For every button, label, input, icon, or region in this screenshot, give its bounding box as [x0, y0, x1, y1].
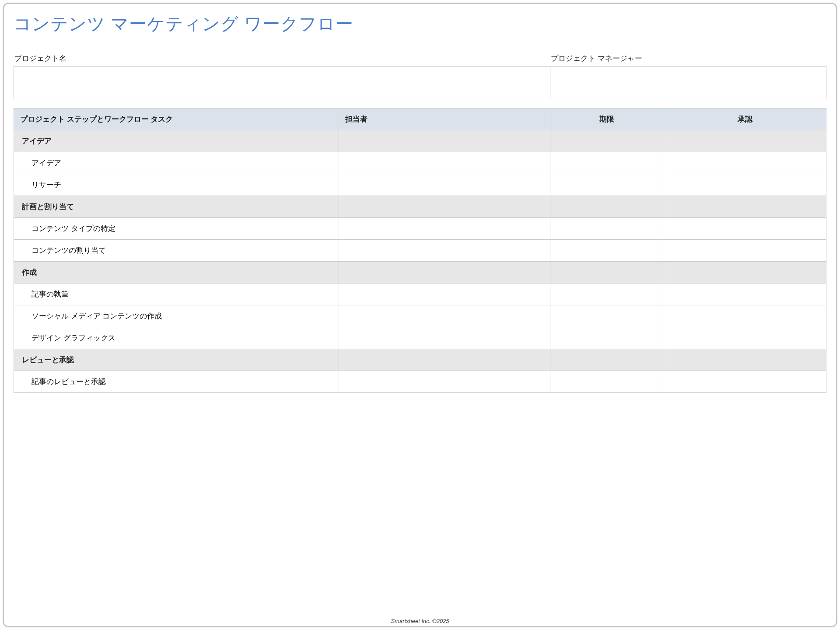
- cell-step[interactable]: コンテンツの割り当て: [14, 240, 339, 262]
- cell-approval[interactable]: [664, 327, 826, 349]
- cell-step[interactable]: ソーシャル メディア コンテンツの作成: [14, 305, 339, 327]
- table-row: リサーチ: [14, 174, 826, 196]
- cell-step[interactable]: 計画と割り当て: [14, 196, 339, 218]
- project-name-column: プロジェクト名: [14, 53, 550, 99]
- header-due: 期限: [550, 108, 664, 130]
- cell-step[interactable]: 作成: [14, 262, 339, 284]
- meta-row: プロジェクト名 プロジェクト マネージャー: [14, 53, 826, 99]
- table-section-row: 計画と割り当て: [14, 196, 826, 218]
- table-row: デザイン グラフィックス: [14, 327, 826, 349]
- cell-owner[interactable]: [339, 305, 550, 327]
- cell-approval[interactable]: [664, 262, 826, 284]
- cell-approval[interactable]: [664, 349, 826, 371]
- header-step: プロジェクト ステップとワークフロー タスク: [14, 108, 339, 130]
- header-approval: 承認: [664, 108, 826, 130]
- page-frame: コンテンツ マーケティング ワークフロー プロジェクト名 プロジェクト マネージ…: [3, 3, 837, 627]
- cell-due[interactable]: [550, 284, 664, 305]
- cell-approval[interactable]: [664, 240, 826, 262]
- cell-due[interactable]: [550, 174, 664, 196]
- cell-owner[interactable]: [339, 371, 550, 393]
- cell-owner[interactable]: [339, 284, 550, 305]
- cell-owner[interactable]: [339, 327, 550, 349]
- table-row: コンテンツ タイプの特定: [14, 218, 826, 240]
- cell-owner[interactable]: [339, 262, 550, 284]
- cell-approval[interactable]: [664, 218, 826, 240]
- table-row: コンテンツの割り当て: [14, 240, 826, 262]
- cell-approval[interactable]: [664, 305, 826, 327]
- cell-due[interactable]: [550, 196, 664, 218]
- page-title: コンテンツ マーケティング ワークフロー: [14, 12, 826, 36]
- project-manager-input[interactable]: [550, 66, 826, 99]
- table-row: 記事のレビューと承認: [14, 371, 826, 393]
- cell-owner[interactable]: [339, 240, 550, 262]
- cell-step[interactable]: レビューと承認: [14, 349, 339, 371]
- cell-approval[interactable]: [664, 284, 826, 305]
- cell-step[interactable]: リサーチ: [14, 174, 339, 196]
- cell-owner[interactable]: [339, 349, 550, 371]
- cell-due[interactable]: [550, 327, 664, 349]
- footer-text: Smartsheet Inc. ©2025: [4, 615, 836, 626]
- table-header-row: プロジェクト ステップとワークフロー タスク 担当者 期限 承認: [14, 108, 826, 130]
- cell-step[interactable]: デザイン グラフィックス: [14, 327, 339, 349]
- cell-due[interactable]: [550, 218, 664, 240]
- cell-owner[interactable]: [339, 174, 550, 196]
- project-manager-label: プロジェクト マネージャー: [550, 53, 826, 63]
- project-manager-column: プロジェクト マネージャー: [550, 53, 826, 99]
- cell-owner[interactable]: [339, 152, 550, 174]
- cell-due[interactable]: [550, 130, 664, 152]
- project-name-label: プロジェクト名: [14, 53, 550, 63]
- cell-due[interactable]: [550, 371, 664, 393]
- table-section-row: アイデア: [14, 130, 826, 152]
- cell-step[interactable]: 記事の執筆: [14, 284, 339, 305]
- cell-owner[interactable]: [339, 130, 550, 152]
- project-name-input[interactable]: [14, 66, 550, 99]
- content-area: コンテンツ マーケティング ワークフロー プロジェクト名 プロジェクト マネージ…: [4, 4, 836, 615]
- table-row: ソーシャル メディア コンテンツの作成: [14, 305, 826, 327]
- cell-due[interactable]: [550, 240, 664, 262]
- cell-step[interactable]: コンテンツ タイプの特定: [14, 218, 339, 240]
- cell-approval[interactable]: [664, 152, 826, 174]
- cell-due[interactable]: [550, 305, 664, 327]
- cell-approval[interactable]: [664, 130, 826, 152]
- cell-step[interactable]: アイデア: [14, 130, 339, 152]
- cell-approval[interactable]: [664, 174, 826, 196]
- header-owner: 担当者: [339, 108, 550, 130]
- cell-owner[interactable]: [339, 196, 550, 218]
- table-row: アイデア: [14, 152, 826, 174]
- cell-step[interactable]: 記事のレビューと承認: [14, 371, 339, 393]
- cell-due[interactable]: [550, 349, 664, 371]
- cell-approval[interactable]: [664, 196, 826, 218]
- table-section-row: レビューと承認: [14, 349, 826, 371]
- cell-due[interactable]: [550, 262, 664, 284]
- cell-step[interactable]: アイデア: [14, 152, 339, 174]
- cell-owner[interactable]: [339, 218, 550, 240]
- workflow-table: プロジェクト ステップとワークフロー タスク 担当者 期限 承認 アイデアアイデ…: [14, 108, 826, 393]
- cell-due[interactable]: [550, 152, 664, 174]
- table-row: 記事の執筆: [14, 284, 826, 305]
- cell-approval[interactable]: [664, 371, 826, 393]
- table-section-row: 作成: [14, 262, 826, 284]
